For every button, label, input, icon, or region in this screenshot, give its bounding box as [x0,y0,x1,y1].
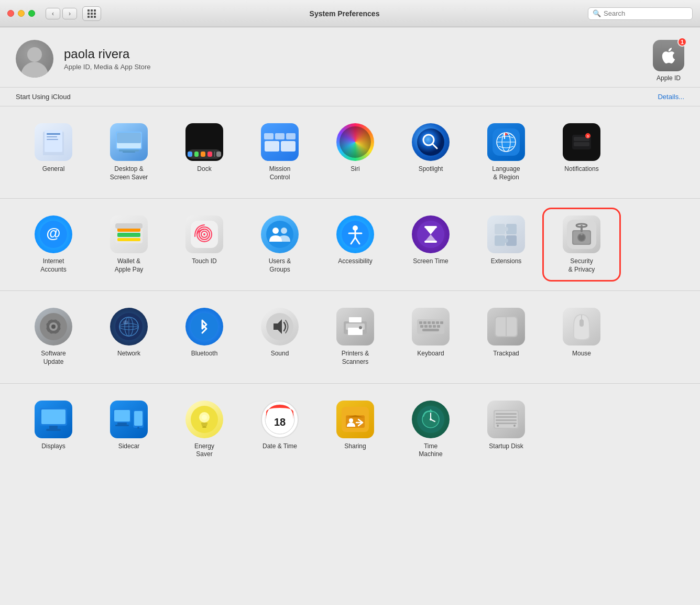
mission-label: MissionControl [269,165,291,181]
pref-item-extensions[interactable]: Extensions [468,209,544,280]
dock-icon [185,123,223,161]
pref-item-notifications[interactable]: 3 Notifications [544,117,619,188]
icon-grid-2: @ InternetAccounts [16,209,684,280]
sidecar-label: Sidecar [118,442,140,451]
apple-id-section[interactable]: 1 Apple ID [653,40,684,82]
window-title: System Preferences [106,9,583,18]
touchid-label: Touch ID [192,257,216,266]
sharing-label: Sharing [344,442,366,451]
svg-rect-4 [47,139,58,140]
svg-point-130 [349,418,353,423]
users-label: Users &Groups [269,257,291,274]
pref-item-software[interactable]: SoftwareUpdate [16,301,91,372]
pref-item-startupdisk[interactable]: Startup Disk [468,394,544,465]
pref-item-trackpad[interactable]: Trackpad [468,301,544,372]
pref-item-timemachine[interactable]: TimeMachine [393,394,468,465]
pref-item-keyboard[interactable]: Keyboard [393,301,468,372]
software-label: SoftwareUpdate [41,350,65,366]
general-label: General [42,165,65,174]
pref-item-siri[interactable]: Siri [318,117,393,188]
grid-view-button[interactable] [82,6,101,21]
screentime-label: Screen Time [413,257,448,266]
svg-rect-53 [503,227,508,231]
forward-button[interactable]: › [62,8,77,19]
svg-rect-107 [579,319,584,327]
svg-rect-2 [47,133,60,135]
pref-item-users[interactable]: Users &Groups [242,209,318,280]
pref-item-bluetooth[interactable]: Bluetooth [167,301,242,372]
pref-item-datetime[interactable]: JUL 18 Date & Time [242,394,318,465]
svg-rect-111 [46,429,61,431]
svg-text:JUL: JUL [275,410,285,415]
pref-item-security[interactable]: Security& Privacy [544,209,619,280]
svg-rect-3 [47,136,57,137]
pref-item-touchid[interactable]: Touch ID [167,209,242,280]
svg-rect-99 [429,325,432,328]
pref-item-printers[interactable]: Printers &Scanners [318,301,393,372]
pref-item-dock[interactable]: Dock [167,117,242,188]
svg-point-38 [272,228,279,234]
svg-point-89 [359,326,362,329]
pref-item-energy[interactable]: EnergySaver [167,394,242,465]
svg-point-36 [203,233,205,235]
pref-item-sound[interactable]: Sound [242,301,318,372]
mouse-icon [563,308,600,345]
pref-item-wallet[interactable]: Wallet &Apple Pay [91,209,167,280]
user-section: paola rivera Apple ID, Media & App Store… [0,27,700,87]
pref-item-language[interactable]: Language& Region [468,117,544,188]
pref-item-screentime[interactable]: Screen Time [393,209,468,280]
printers-label: Printers &Scanners [342,350,369,366]
svg-point-60 [581,233,583,235]
user-name: paola rivera [64,47,150,61]
datetime-label: Date & Time [262,442,297,451]
sidecar-icon [110,401,148,438]
apple-id-icon-wrapper: 1 [653,40,684,71]
apple-id-label: Apple ID [657,74,681,82]
sound-label: Sound [271,350,289,358]
internet-icon: @ [35,215,72,253]
pref-item-sharing[interactable]: Sharing [318,394,393,465]
minimize-button[interactable] [18,10,25,17]
siri-label: Siri [351,165,359,174]
pref-item-network[interactable]: Network [91,301,167,372]
pref-item-general[interactable]: General [16,117,91,188]
sound-icon [261,308,299,345]
svg-rect-143 [496,423,517,424]
svg-point-39 [281,228,287,234]
pref-item-internet[interactable]: @ InternetAccounts [16,209,91,280]
back-button[interactable]: ‹ [46,8,60,19]
svg-point-144 [497,425,499,427]
pref-item-sidecar[interactable]: Sidecar [91,394,167,465]
icon-grid-3: SoftwareUpdate [16,301,684,372]
svg-text:18: 18 [274,416,286,428]
pref-item-mission[interactable]: MissionControl [242,117,318,188]
spotlight-icon [412,123,450,161]
svg-rect-123 [202,426,206,428]
main-content: paola rivera Apple ID, Media & App Store… [0,27,700,605]
pref-item-accessibility[interactable]: Accessibility [318,209,393,280]
touchid-icon [185,215,223,253]
pref-item-spotlight[interactable]: Spotlight [393,117,468,188]
mission-icon [261,123,299,161]
svg-rect-100 [433,325,436,328]
svg-rect-17 [504,133,505,139]
svg-point-124 [202,415,207,420]
siri-icon [336,123,374,161]
svg-rect-101 [437,325,440,328]
close-button[interactable] [7,10,14,17]
pref-item-mouse[interactable]: Mouse [544,301,619,372]
svg-point-145 [513,425,516,427]
search-input[interactable] [604,9,688,17]
search-box[interactable]: 🔍 [588,7,693,20]
trackpad-icon [487,308,525,345]
user-info: paola rivera Apple ID, Media & App Store [64,47,150,71]
svg-rect-29 [117,233,140,237]
language-label: Language& Region [492,165,520,181]
svg-point-66 [51,325,56,329]
mouse-label: Mouse [572,350,591,358]
details-button[interactable]: Details... [658,93,684,101]
pref-item-desktop[interactable]: Desktop &Screen Saver [91,117,167,188]
notifications-label: Notifications [564,165,598,174]
pref-item-displays[interactable]: Displays [16,394,91,465]
maximize-button[interactable] [28,10,35,17]
